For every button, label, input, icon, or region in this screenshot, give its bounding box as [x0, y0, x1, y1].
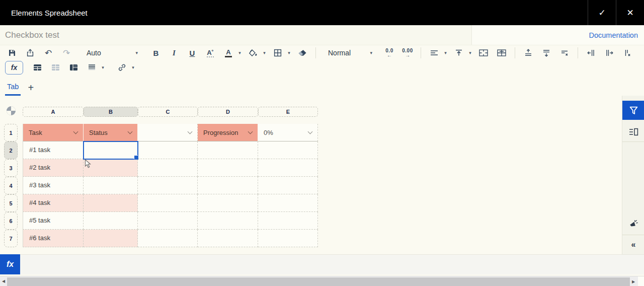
scroll-right-button[interactable]: ▶ — [630, 276, 637, 286]
row-header-2[interactable]: 2 — [4, 141, 18, 159]
cell-c3[interactable] — [138, 159, 198, 177]
cell-a2[interactable]: #1 task — [23, 141, 84, 159]
table-total-row-button[interactable] — [48, 61, 63, 74]
cell-style-select[interactable]: Normal ▾ — [324, 46, 376, 59]
table-first-column-button[interactable] — [66, 61, 81, 74]
insert-column-right-button[interactable] — [602, 46, 617, 59]
borders-dropdown[interactable]: ▾ — [285, 46, 292, 59]
cell-d1-filter[interactable]: Progression — [198, 124, 258, 141]
cell-d6[interactable] — [198, 212, 258, 230]
tab-item-active[interactable]: Tab — [5, 81, 21, 96]
collapse-sidebar-button[interactable]: « — [622, 235, 644, 254]
delete-row-button[interactable] — [557, 46, 572, 59]
font-family-select[interactable]: Auto ▾ — [83, 46, 142, 59]
fill-color-button[interactable] — [246, 46, 261, 59]
insert-link-dropdown[interactable]: ▾ — [129, 61, 136, 74]
cell-e4[interactable] — [258, 177, 318, 194]
cell-a4[interactable]: #3 task — [23, 177, 84, 194]
column-header-b[interactable]: B — [84, 107, 138, 117]
row-header-3[interactable]: 3 — [4, 159, 18, 177]
row-header-7[interactable]: 7 — [4, 230, 18, 247]
font-color-button[interactable]: A — [221, 46, 236, 59]
confirm-button[interactable]: ✓ — [588, 0, 616, 25]
cell-b7[interactable] — [84, 230, 138, 247]
cell-c4[interactable] — [138, 177, 198, 194]
superscript-button[interactable]: A˚ — [203, 46, 218, 59]
borders-button[interactable] — [270, 46, 285, 59]
cell-b6[interactable] — [84, 212, 138, 230]
cell-d2[interactable] — [198, 141, 258, 159]
cell-d7[interactable] — [198, 230, 258, 247]
cell-e5[interactable] — [258, 194, 318, 212]
cell-e2[interactable] — [258, 141, 318, 159]
cell-a6[interactable]: #5 task — [23, 212, 84, 230]
cell-c5[interactable] — [138, 194, 198, 212]
cell-e6[interactable] — [258, 212, 318, 230]
vertical-align-button[interactable] — [451, 46, 466, 59]
column-header-e[interactable]: E — [258, 107, 318, 117]
italic-button[interactable]: I — [167, 46, 182, 59]
insert-row-above-button[interactable] — [521, 46, 536, 59]
formula-toolbar-button[interactable]: fx — [5, 61, 23, 75]
scroll-left-button[interactable]: ◀ — [0, 276, 7, 286]
underline-button[interactable]: U — [185, 46, 200, 59]
horizontal-align-dropdown[interactable]: ▾ — [441, 46, 448, 59]
cell-b5[interactable] — [84, 194, 138, 212]
delete-column-button[interactable] — [620, 46, 635, 59]
row-header-5[interactable]: 5 — [4, 194, 18, 212]
column-header-a[interactable]: A — [23, 107, 84, 117]
cell-b1-filter[interactable]: Status — [84, 124, 138, 141]
formula-input[interactable] — [20, 254, 644, 274]
bold-button[interactable]: B — [148, 46, 164, 59]
filter-toggle-button[interactable] — [622, 101, 644, 120]
row-height-button[interactable] — [84, 61, 99, 74]
undo-button[interactable]: ↶ — [41, 46, 56, 59]
list-panel-button[interactable] — [622, 122, 644, 142]
redo-button[interactable]: ↷ — [59, 46, 74, 59]
share-button[interactable] — [23, 46, 38, 59]
insert-link-button[interactable] — [114, 61, 129, 74]
clear-format-button[interactable] — [295, 46, 310, 59]
row-height-dropdown[interactable]: ▾ — [99, 61, 106, 74]
fill-handle[interactable] — [134, 155, 138, 159]
document-title-field[interactable]: Checkbox test — [0, 25, 472, 45]
insert-column-left-button[interactable] — [584, 46, 599, 59]
increase-decimal-button[interactable]: 0.00→ — [400, 46, 415, 59]
cell-d5[interactable] — [198, 194, 258, 212]
vertical-align-dropdown[interactable]: ▾ — [466, 46, 473, 59]
cell-c2[interactable] — [138, 141, 198, 159]
documentation-link[interactable]: Documentation — [589, 31, 638, 39]
cell-c7[interactable] — [138, 230, 198, 247]
cell-a1-filter[interactable]: Task — [23, 124, 84, 141]
add-tab-button[interactable]: + — [21, 83, 37, 96]
cell-a3[interactable]: #2 task — [23, 159, 84, 177]
cell-e7[interactable] — [258, 230, 318, 247]
table-header-row-button[interactable] — [30, 61, 45, 74]
save-button[interactable] — [5, 46, 20, 59]
cell-selection-b2[interactable] — [83, 141, 138, 160]
cell-a5[interactable]: #4 task — [23, 194, 84, 212]
filter-dropdown-icon[interactable] — [73, 129, 78, 134]
filter-dropdown-icon[interactable] — [308, 129, 313, 134]
merge-cells-button[interactable] — [476, 46, 491, 59]
announcements-button[interactable] — [622, 212, 644, 235]
cell-b4[interactable] — [84, 177, 138, 194]
cell-d3[interactable] — [198, 159, 258, 177]
filter-dropdown-icon[interactable] — [188, 129, 193, 134]
formula-bar-button[interactable]: fx — [0, 254, 20, 274]
fill-color-dropdown[interactable]: ▾ — [260, 46, 267, 59]
row-header-4[interactable]: 4 — [4, 177, 18, 194]
cell-d4[interactable] — [198, 177, 258, 194]
decrease-decimal-button[interactable]: 0.0← — [382, 46, 397, 59]
horizontal-align-button[interactable] — [427, 46, 442, 59]
row-header-6[interactable]: 6 — [4, 212, 18, 230]
column-header-d[interactable]: D — [198, 107, 258, 117]
cell-c1-filter[interactable] — [138, 124, 198, 141]
cell-e1-filter[interactable]: 0% — [258, 124, 318, 141]
cell-a7[interactable]: #6 task — [23, 230, 84, 247]
scrollbar-thumb[interactable] — [7, 277, 630, 286]
cell-b3[interactable] — [84, 159, 138, 177]
cell-e3[interactable] — [258, 159, 318, 177]
close-button[interactable]: ✕ — [616, 0, 644, 25]
insert-row-below-button[interactable] — [539, 46, 554, 59]
